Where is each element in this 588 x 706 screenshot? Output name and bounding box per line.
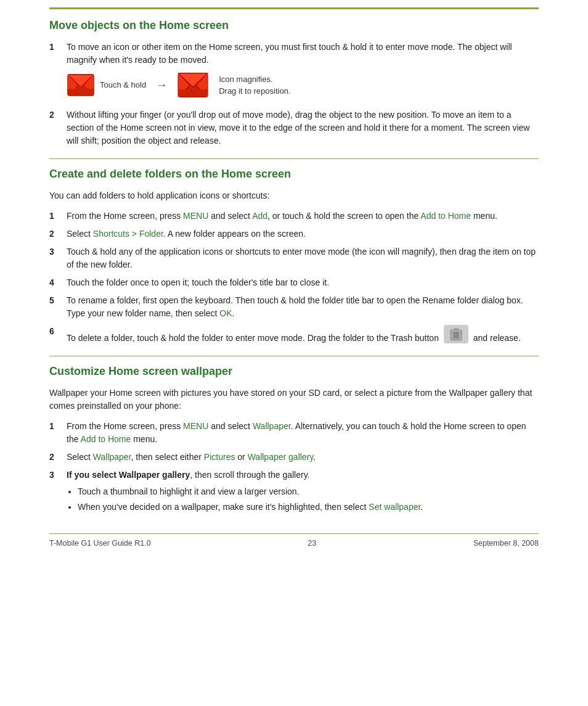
section-divider-2: [49, 356, 539, 356]
step-content: Select Shortcuts > Folder. A new folder …: [67, 228, 539, 240]
svg-rect-13: [178, 89, 207, 97]
menu-keyword-w: MENU: [183, 421, 208, 431]
step-folders-2: 2 Select Shortcuts > Folder. A new folde…: [49, 228, 539, 240]
icon-demo-row: Touch & hold → Icon m: [67, 72, 539, 99]
trash-button-icon: [444, 325, 468, 343]
pictures-link: Pictures: [204, 452, 235, 462]
add-to-home-link: Add to Home: [420, 211, 471, 221]
shortcuts-folder-link: Shortcuts > Folder: [93, 229, 163, 239]
footer-left: T-Mobile G1 User Guide R1.0: [49, 539, 151, 548]
step-num: 1: [49, 210, 67, 223]
trash-icon: [450, 327, 462, 341]
svg-rect-19: [450, 330, 462, 332]
steps-folders: 1 From the Home screen, press MENU and s…: [49, 210, 539, 345]
ok-keyword: OK: [219, 308, 232, 318]
step-wallpaper-3: 3 If you select Wallpaper gallery, then …: [49, 469, 539, 516]
add-to-home-link-w: Add to Home: [81, 434, 131, 444]
section-title-move: Move objects on the Home screen: [49, 19, 539, 32]
step-num: 4: [49, 276, 67, 289]
footer-right: September 8, 2008: [473, 539, 539, 548]
wallpaper-bullets: Touch a thumbnail to highlight it and vi…: [78, 485, 539, 514]
step-num: 1: [49, 41, 67, 104]
step-content: From the Home screen, press MENU and sel…: [67, 420, 539, 446]
menu-keyword: MENU: [183, 211, 208, 221]
step-folders-4: 4 Touch the folder once to open it; touc…: [49, 276, 539, 289]
step-num: 3: [49, 245, 67, 271]
step-content: To rename a folder, first open the keybo…: [67, 294, 539, 320]
wallpaper-gallery-link: Wallpaper gallery: [248, 452, 314, 462]
step-folders-3: 3 Touch & hold any of the application ic…: [49, 245, 539, 271]
bullet-2: When you've decided on a wallpaper, make…: [78, 501, 539, 514]
wallpaper-link: Wallpaper: [93, 452, 131, 462]
step-wallpaper-2: 2 Select Wallpaper, then select either P…: [49, 451, 539, 464]
footer: T-Mobile G1 User Guide R1.0 23 September…: [49, 539, 539, 554]
step-num: 1: [49, 420, 67, 446]
step-move-1: 1 To move an icon or other item on the H…: [49, 41, 539, 104]
step-folders-6: 6 To delete a folder, touch & hold the f…: [49, 325, 539, 345]
step-num: 2: [49, 451, 67, 464]
section-title-wallpaper: Customize Home screen wallpaper: [49, 365, 539, 378]
section-intro-folders: You can add folders to hold application …: [49, 189, 539, 202]
step-folders-5: 5 To rename a folder, first open the key…: [49, 294, 539, 320]
mail-icon-left-box: Touch & hold: [67, 73, 146, 97]
section-intro-wallpaper: Wallpaper your Home screen with pictures…: [49, 387, 539, 413]
mail-icon-right: [177, 72, 209, 99]
top-rule: [49, 7, 539, 9]
top-spacing: [49, 0, 539, 7]
step-num: 3: [49, 469, 67, 516]
step-text: To move an icon or other item on the Hom…: [67, 42, 512, 65]
set-wallpaper-link: Set wallpaper: [369, 502, 420, 512]
bullet-1: Touch a thumbnail to highlight it and vi…: [78, 485, 539, 498]
section-title-folders: Create and delete folders on the Home sc…: [49, 168, 539, 181]
mail-icon-left: [67, 73, 95, 97]
step-num: 2: [49, 109, 67, 147]
step-content: Select Wallpaper, then select either Pic…: [67, 451, 539, 464]
footer-rule: [49, 533, 539, 534]
section-divider-1: [49, 158, 539, 159]
bold-prefix: If you select Wallpaper gallery: [67, 470, 190, 480]
step-content: To move an icon or other item on the Hom…: [67, 41, 539, 104]
add-keyword: Add: [252, 211, 267, 221]
step-content: Without lifting your finger (or you'll d…: [67, 109, 539, 147]
footer-center: 23: [308, 539, 316, 548]
touch-hold-label: Touch & hold: [100, 79, 146, 91]
arrow-icon: →: [156, 77, 167, 94]
icon-magnify-desc: Icon magnifies. Drag it to reposition.: [219, 73, 290, 97]
page: Move objects on the Home screen 1 To mov…: [0, 0, 588, 706]
step-content: To delete a folder, touch & hold the fol…: [67, 325, 539, 345]
svg-rect-6: [68, 89, 94, 96]
step-num: 2: [49, 228, 67, 240]
steps-wallpaper: 1 From the Home screen, press MENU and s…: [49, 420, 539, 516]
step-content: Touch & hold any of the application icon…: [67, 245, 539, 271]
wallpaper-keyword: Wallpaper: [253, 421, 291, 431]
step-num: 6: [49, 325, 67, 345]
step-move-2: 2 Without lifting your finger (or you'll…: [49, 109, 539, 147]
steps-move: 1 To move an icon or other item on the H…: [49, 41, 539, 147]
step-wallpaper-1: 1 From the Home screen, press MENU and s…: [49, 420, 539, 446]
step-content: If you select Wallpaper gallery, then sc…: [67, 469, 539, 516]
step-content: Touch the folder once to open it; touch …: [67, 276, 539, 289]
step-content: From the Home screen, press MENU and sel…: [67, 210, 539, 223]
step-folders-1: 1 From the Home screen, press MENU and s…: [49, 210, 539, 223]
step-num: 5: [49, 294, 67, 320]
